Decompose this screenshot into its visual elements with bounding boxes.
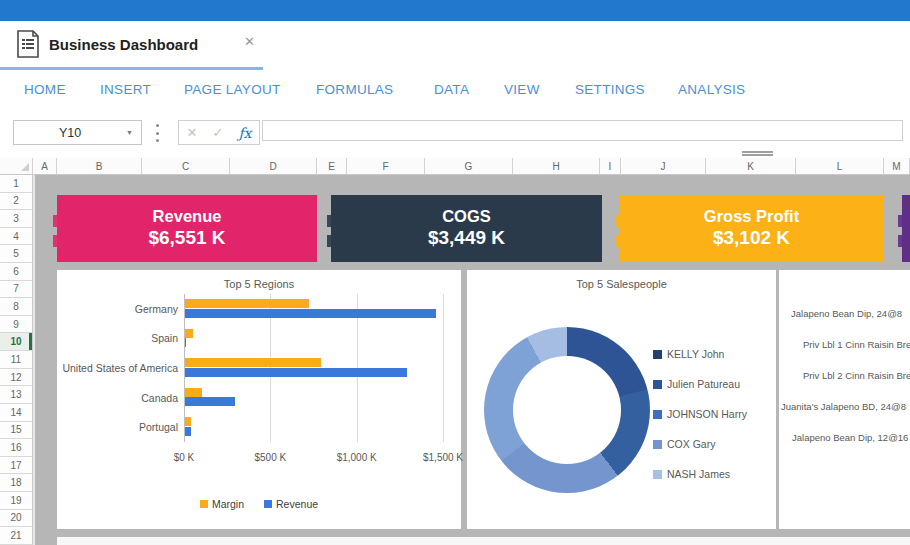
row-header-9[interactable]: 9 xyxy=(0,316,33,334)
kpi-card-cogs[interactable]: COGS$3,449 K xyxy=(331,195,602,262)
top5-products-chart[interactable]: Jalapeno Bean Dip, 24@8Priv Lbl 1 Cinn R… xyxy=(779,270,910,529)
row-header-14[interactable]: 14 xyxy=(0,404,33,422)
row-header-4[interactable]: 4 xyxy=(0,228,33,246)
legend-swatch xyxy=(653,350,662,359)
row-header-6[interactable]: 6 xyxy=(0,263,33,281)
legend-label: Revenue xyxy=(276,498,318,510)
bottom-panel xyxy=(57,537,910,545)
bar-margin-3 xyxy=(185,388,202,397)
x-axis-tick: $500 K xyxy=(254,452,286,463)
column-header-g[interactable]: G xyxy=(425,158,513,175)
column-header-h[interactable]: H xyxy=(513,158,600,175)
bar-revenue-0 xyxy=(185,309,436,318)
kpi-notch xyxy=(53,235,57,247)
app-header-bar xyxy=(0,0,910,21)
row-header-16[interactable]: 16 xyxy=(0,439,33,457)
row-header-10[interactable]: 10 xyxy=(0,333,33,351)
menu-item-home[interactable]: HOME xyxy=(24,82,66,97)
chevron-down-icon[interactable]: ▼ xyxy=(126,129,133,136)
menu-item-insert[interactable]: INSERT xyxy=(100,82,151,97)
spreadsheet-document-icon xyxy=(16,30,40,58)
category-label-product-4: Jalapeno Bean Dip, 12@16 xyxy=(792,432,908,443)
bar-revenue-3 xyxy=(185,397,235,406)
menu-item-settings[interactable]: SETTINGS xyxy=(575,82,645,97)
row-header-1[interactable]: 1 xyxy=(0,175,33,193)
column-header-c[interactable]: C xyxy=(142,158,230,175)
row-header-20[interactable]: 20 xyxy=(0,510,33,528)
cell-reference: Y10 xyxy=(14,126,126,140)
legend-item-nash-james: NASH James xyxy=(653,468,730,480)
kpi-notch xyxy=(616,235,620,247)
row-header-17[interactable]: 17 xyxy=(0,457,33,475)
fx-icon[interactable]: ƒx xyxy=(238,125,251,141)
confirm-icon[interactable]: ✓ xyxy=(212,125,223,140)
row-header-12[interactable]: 12 xyxy=(0,369,33,387)
kebab-icon[interactable] xyxy=(153,124,161,142)
row-header-19[interactable]: 19 xyxy=(0,492,33,510)
column-header-e[interactable]: E xyxy=(317,158,347,175)
bar-margin-1 xyxy=(185,329,193,338)
legend-item-kelly-john: KELLY John xyxy=(653,348,724,360)
column-header-b[interactable]: B xyxy=(57,158,142,175)
category-label: Spain xyxy=(151,332,178,344)
legend-swatch xyxy=(653,470,662,479)
menu-item-formulas[interactable]: FORMULAS xyxy=(316,82,393,97)
bar-margin-2 xyxy=(185,358,321,367)
row-header-2[interactable]: 2 xyxy=(0,193,33,211)
column-header-d[interactable]: D xyxy=(230,158,317,175)
row-header-7[interactable]: 7 xyxy=(0,281,33,299)
cancel-icon[interactable]: ✕ xyxy=(187,125,198,140)
kpi-notch xyxy=(327,215,331,227)
drag-handle-icon[interactable] xyxy=(742,151,773,156)
legend-item-cox-gary: COX Gary xyxy=(653,438,715,450)
menu-item-page-layout[interactable]: PAGE LAYOUT xyxy=(184,82,281,97)
row-header-3[interactable]: 3 xyxy=(0,210,33,228)
column-header-m[interactable]: M xyxy=(884,158,910,175)
column-header-f[interactable]: F xyxy=(347,158,425,175)
legend-item-julien-patureau: Julien Patureau xyxy=(653,378,740,390)
legend-swatch xyxy=(200,500,208,508)
menu-item-data[interactable]: DATA xyxy=(434,82,469,97)
bar-chart-legend: MarginRevenue xyxy=(57,498,461,510)
x-axis-tick: $0 K xyxy=(174,452,195,463)
row-header-15[interactable]: 15 xyxy=(0,422,33,440)
sheet-tab-bar: Business Dashboard ✕ xyxy=(0,21,910,71)
legend-label: Margin xyxy=(212,498,244,510)
row-header-18[interactable]: 18 xyxy=(0,474,33,492)
donut-hole xyxy=(513,356,621,464)
menu-item-view[interactable]: VIEW xyxy=(504,82,540,97)
kpi-card-partial[interactable] xyxy=(902,195,910,262)
formula-actions: ✕ ✓ ƒx xyxy=(178,120,260,145)
column-header-a[interactable]: A xyxy=(33,158,57,175)
row-header-11[interactable]: 11 xyxy=(0,351,33,369)
category-label-product-2: Priv Lbl 2 Cinn Raisin Brea xyxy=(803,370,910,381)
top5-salespeople-chart[interactable]: Top 5 Salespeople KELLY JohnJulien Patur… xyxy=(467,270,776,529)
column-header-i[interactable]: I xyxy=(600,158,621,175)
gridline xyxy=(443,294,444,442)
row-header-13[interactable]: 13 xyxy=(0,386,33,404)
bar-revenue-1 xyxy=(185,338,186,347)
close-icon[interactable]: ✕ xyxy=(244,34,255,49)
tab-business-dashboard[interactable]: Business Dashboard xyxy=(0,21,265,67)
kpi-value: $3,449 K xyxy=(428,226,505,251)
column-header-l[interactable]: L xyxy=(796,158,884,175)
kpi-card-revenue[interactable]: Revenue$6,551 K xyxy=(57,195,317,262)
category-label-product-3: Juanita's Jalapeno BD, 24@8 xyxy=(781,401,906,412)
kpi-label: Revenue xyxy=(153,206,222,227)
row-header-8[interactable]: 8 xyxy=(0,298,33,316)
column-headers: ABCDEFGHIJKLM xyxy=(0,158,910,175)
menu-item-analysis[interactable]: ANALYSIS xyxy=(678,82,745,97)
chart-title: Top 5 Regions xyxy=(57,278,461,290)
top5-regions-chart[interactable]: Top 5 Regions $0 K$500 K$1,000 K$1,500 K… xyxy=(57,270,461,529)
formula-input[interactable] xyxy=(262,120,903,141)
row-header-21[interactable]: 21 xyxy=(0,527,33,545)
menu-bar: HOMEINSERTPAGE LAYOUTFORMULASDATAVIEWSET… xyxy=(0,70,910,112)
column-header-j[interactable]: J xyxy=(621,158,706,175)
kpi-notch xyxy=(616,215,620,227)
kpi-label: COGS xyxy=(442,206,491,227)
select-all-corner[interactable] xyxy=(0,158,33,175)
kpi-card-gross-profit[interactable]: Gross Profit$3,102 K xyxy=(620,195,883,262)
column-header-k[interactable]: K xyxy=(706,158,796,175)
name-box[interactable]: Y10 ▼ xyxy=(13,120,142,145)
row-header-5[interactable]: 5 xyxy=(0,245,33,263)
